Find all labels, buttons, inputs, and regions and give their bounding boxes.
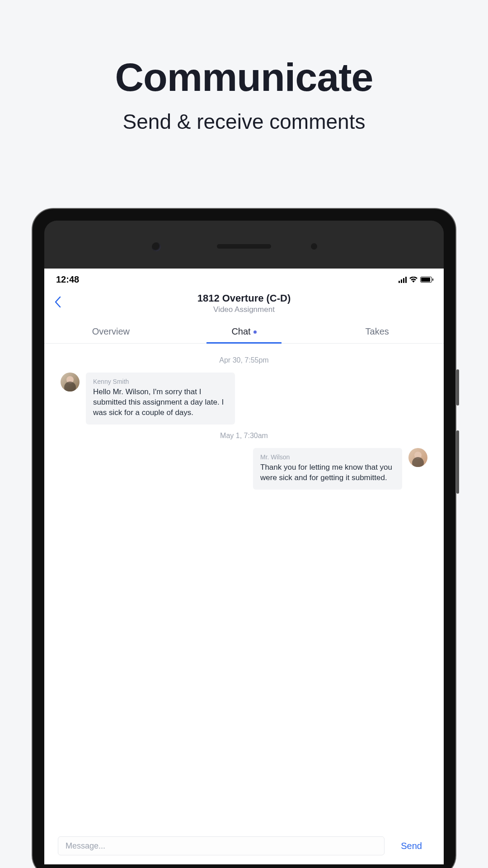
hero-title: Communicate: [0, 54, 488, 100]
chevron-left-icon: [54, 296, 61, 308]
message-sender: Mr. Wilson: [260, 453, 395, 461]
hero-section: Communicate Send & receive comments: [0, 0, 488, 134]
status-time: 12:48: [56, 274, 79, 285]
composer: Send: [44, 830, 444, 864]
avatar[interactable]: [61, 373, 80, 392]
wifi-icon: [409, 277, 418, 283]
device-button-top: [456, 369, 459, 406]
device-button-bottom: [456, 430, 459, 494]
message-bubble: Mr. Wilson Thank you for letting me know…: [253, 448, 402, 490]
message-sender: Kenny Smith: [93, 378, 228, 385]
tab-label: Overview: [92, 326, 130, 336]
nav-bar: 1812 Overture (C-D) Video Assignment: [44, 287, 444, 320]
message-bubble: Kenny Smith Hello Mr. Wilson, I'm sorry …: [86, 373, 235, 425]
back-button[interactable]: [54, 296, 61, 311]
message-body: Thank you for letting me know that you w…: [260, 462, 395, 483]
message-row: Kenny Smith Hello Mr. Wilson, I'm sorry …: [61, 373, 427, 425]
message-input[interactable]: [58, 836, 385, 855]
chat-timestamp: May 1, 7:30am: [61, 432, 427, 440]
screen: 12:48 1812 Overture (C-D) Video Assignme…: [44, 269, 444, 864]
unread-dot-icon: [253, 330, 257, 334]
device-frame: 12:48 1812 Overture (C-D) Video Assignme…: [32, 208, 456, 868]
cellular-icon: [399, 277, 407, 283]
battery-icon: [420, 277, 432, 283]
device-bezel: 12:48 1812 Overture (C-D) Video Assignme…: [44, 221, 444, 864]
tab-label: Takes: [366, 326, 389, 336]
status-icons: [399, 277, 432, 283]
tab-chat[interactable]: Chat: [178, 320, 311, 343]
avatar[interactable]: [408, 448, 427, 467]
speaker-slot: [217, 244, 271, 249]
tab-bar: Overview Chat Takes: [44, 320, 444, 344]
tab-takes[interactable]: Takes: [310, 320, 444, 343]
chat-timestamp: Apr 30, 7:55pm: [61, 356, 427, 364]
camera-dot: [152, 242, 161, 251]
sensor-dot: [311, 243, 317, 250]
status-bar: 12:48: [44, 269, 444, 287]
hero-subtitle: Send & receive comments: [0, 109, 488, 134]
message-row: Mr. Wilson Thank you for letting me know…: [61, 448, 427, 490]
page-title: 1812 Overture (C-D): [197, 292, 291, 304]
tab-label: Chat: [231, 326, 250, 336]
tab-overview[interactable]: Overview: [44, 320, 178, 343]
send-button[interactable]: Send: [393, 837, 430, 855]
chat-pane[interactable]: Apr 30, 7:55pm Kenny Smith Hello Mr. Wil…: [44, 344, 444, 830]
page-subtitle: Video Assignment: [197, 305, 291, 314]
message-body: Hello Mr. Wilson, I'm sorry that I submi…: [93, 387, 228, 418]
